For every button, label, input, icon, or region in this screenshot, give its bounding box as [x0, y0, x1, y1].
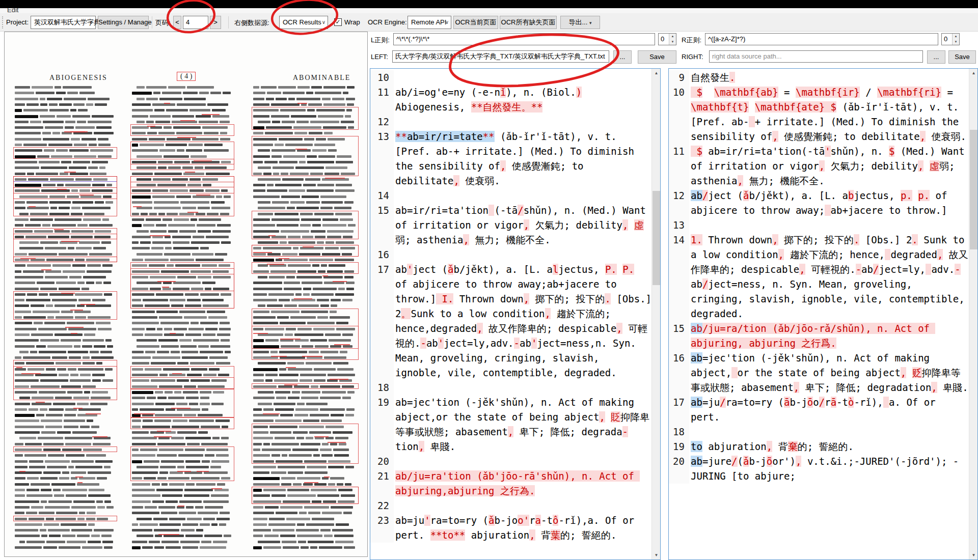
spinner-arrows-icon[interactable]: ▲▼	[952, 34, 959, 45]
scan-word	[48, 529, 70, 531]
line-text[interactable]: 1. Thrown down, 掷下的; 投下的. [Obs.] 2. Sunk…	[689, 233, 969, 321]
line-text[interactable]	[394, 380, 651, 395]
ocr-current-page-button[interactable]: OCR当前页面	[453, 16, 498, 29]
scan-word	[328, 466, 344, 468]
line-text[interactable]	[394, 115, 651, 129]
right-source-path-input[interactable]: right data source path...	[709, 50, 923, 63]
line-text[interactable]: 自然發生.	[689, 70, 969, 85]
scan-word	[211, 494, 229, 497]
line-text[interactable]: ab/ju=ra/tion (ǎb/jōo-rǎ/shǔn), n. Act o…	[689, 321, 969, 351]
scrollbar-thumb[interactable]	[653, 191, 660, 285]
scan-word	[206, 173, 230, 175]
left-regex-input[interactable]: ^\*\*(.*?)\*\*	[393, 33, 655, 45]
scan-word	[96, 322, 111, 324]
left-source-path-input[interactable]: 氏大学字典/英汉双解韦氏大学字典_TXT/英汉双解韦氏大学字典_TXT.txt	[392, 50, 609, 63]
text-segment: -t	[541, 515, 553, 526]
right-editor-scrollbar[interactable]: ▲ ▼	[969, 69, 977, 559]
scroll-down-icon[interactable]: ▼	[969, 551, 978, 559]
text-segment: ab	[426, 338, 438, 349]
ocr-engine-select[interactable]: Remote API ∨	[408, 16, 451, 29]
line-text[interactable]: ab/ju=ra'tion (ǎb'jōo-rā'shǔn), n. Act o…	[394, 469, 651, 498]
scroll-up-icon[interactable]: ▲	[969, 69, 978, 77]
scan-word	[48, 454, 64, 457]
left-text-editor[interactable]: 1011ab/i=og'e=ny (-e-nǐ), n. (Biol.) Abi…	[370, 68, 661, 560]
scan-word	[286, 276, 295, 278]
line-text[interactable]	[394, 70, 651, 85]
prev-page-button[interactable]: <	[173, 16, 181, 29]
marked-segment: ,	[920, 131, 926, 142]
line-text[interactable]: $ ab=ir/ri=ta'tion(-tā'shǔn), n. $ (Med.…	[689, 144, 969, 188]
line-text[interactable]: ab=jec'tion (-jěk'shǔn), n. Act of makin…	[689, 351, 969, 395]
scroll-down-icon[interactable]: ▼	[652, 551, 661, 559]
scan-word	[71, 460, 94, 463]
line-text[interactable]	[689, 218, 969, 233]
text-segment: b-j	[749, 456, 766, 467]
marked-segment: b	[848, 190, 854, 201]
line-text[interactable]: ab'ject (ǎb/jěkt), a. [L. aljectus, P. P…	[394, 262, 651, 380]
left-regex-offset-spinner[interactable]: 0 ▲▼	[658, 33, 676, 45]
text-segment: =	[778, 87, 796, 98]
line-text[interactable]	[394, 247, 651, 262]
next-page-button[interactable]: >	[210, 16, 221, 29]
line-text[interactable]: ab=jure/(ǎb-jõor'), v.t.&i.;-JURED'(-jõr…	[689, 454, 969, 484]
scan-red-mark	[164, 103, 170, 104]
spinner-arrows-icon[interactable]: ▲▼	[669, 34, 676, 45]
line-text[interactable]: ab=jec'tion (-jěk'shǔn), n. Act of makin…	[394, 395, 651, 454]
left-browse-button[interactable]: ...	[613, 50, 632, 64]
project-select[interactable]: 英汉双解韦氏大学字典 ∨	[31, 16, 96, 29]
scanned-page-panel[interactable]: ABIOGENESIS ( 4 ) ABOMINABLE	[4, 32, 368, 557]
line-text[interactable]	[689, 425, 969, 439]
scan-word	[315, 92, 341, 94]
line-text[interactable]: ab=ir/ri=ta'tion (-tā/shǔn), n. (Med.) W…	[394, 203, 651, 247]
scan-red-mark	[177, 471, 191, 472]
scan-word	[280, 414, 293, 416]
right-browse-button[interactable]: ...	[927, 50, 945, 64]
scan-word	[73, 161, 90, 163]
toolbar-gripper[interactable]	[2, 16, 4, 29]
menu-edit[interactable]: Edit	[7, 8, 18, 13]
right-source-select[interactable]: OCR Results ∨	[279, 16, 328, 29]
scan-word	[184, 489, 212, 491]
wrap-checkbox[interactable]: ✓	[334, 18, 342, 26]
right-regex-input[interactable]: ^([a-zA-Z]*?)	[705, 33, 938, 45]
right-text-editor[interactable]: 9自然發生.10 $ \mathbf{ab} = \mathbf{ir} / \…	[668, 68, 978, 560]
line-text[interactable]: ab=ju'ra=to=ry (ǎb-joo'ra-tô-rǐ),a. Of o…	[394, 513, 651, 543]
line-number: 17	[669, 395, 689, 425]
settings-manage-button[interactable]: Settings / Manage	[98, 16, 149, 29]
ocr-missing-pages-button[interactable]: OCR所有缺失页面	[500, 16, 557, 29]
scan-word	[323, 103, 345, 106]
export-button[interactable]: 导出... ▾	[560, 16, 600, 29]
left-editor-scrollbar[interactable]: ▲ ▼	[651, 69, 660, 559]
scan-word	[322, 391, 346, 394]
scan-red-mark	[187, 212, 198, 213]
scan-word	[36, 345, 46, 348]
line-text[interactable]	[394, 454, 651, 469]
scan-word	[311, 86, 322, 89]
line-text[interactable]: ab=ju/ra=to=ry (āb-jōo/rā-tò-rǐ), a. Of …	[689, 395, 969, 425]
line-text[interactable]: ab/ject (ǎb/jěkt), a. [L. abjectus, p. p…	[689, 188, 969, 218]
scan-red-mark	[284, 384, 297, 385]
scan-word	[325, 241, 335, 244]
scan-word	[89, 224, 113, 227]
right-regex-offset-spinner[interactable]: 0 ▲▼	[941, 33, 960, 45]
page-number-input[interactable]: 4	[183, 16, 208, 29]
marked-segment: ab	[691, 456, 702, 467]
line-text[interactable]: $ \mathbf{ab} = \mathbf{ir} / \mathbf{ri…	[689, 85, 969, 144]
right-save-button[interactable]: Save	[948, 50, 976, 64]
scrollbar-thumb[interactable]	[970, 130, 977, 249]
scan-word	[302, 391, 320, 394]
left-save-button[interactable]: Save	[638, 50, 676, 64]
scan-word	[15, 173, 25, 175]
scan-word	[265, 374, 278, 376]
scan-word	[264, 535, 279, 537]
line-text[interactable]	[394, 498, 651, 513]
marked-segment: ,	[529, 529, 535, 541]
line-text[interactable]	[394, 188, 651, 203]
scan-line	[258, 391, 357, 394]
scroll-up-icon[interactable]: ▲	[652, 69, 661, 77]
line-text[interactable]: to abjuration, 背棄的; 誓絕的.	[689, 439, 969, 454]
scan-word	[212, 109, 226, 111]
marked-segment: **自然發生。**	[471, 101, 543, 113]
line-text[interactable]: ab/i=og'e=ny (-e-nǐ), n. (Biol.) Abiogen…	[394, 85, 651, 115]
line-text[interactable]: **ab=ir/ri=tate** (ǎb-ǐr'ǐ-tāt), v. t. […	[394, 129, 651, 188]
